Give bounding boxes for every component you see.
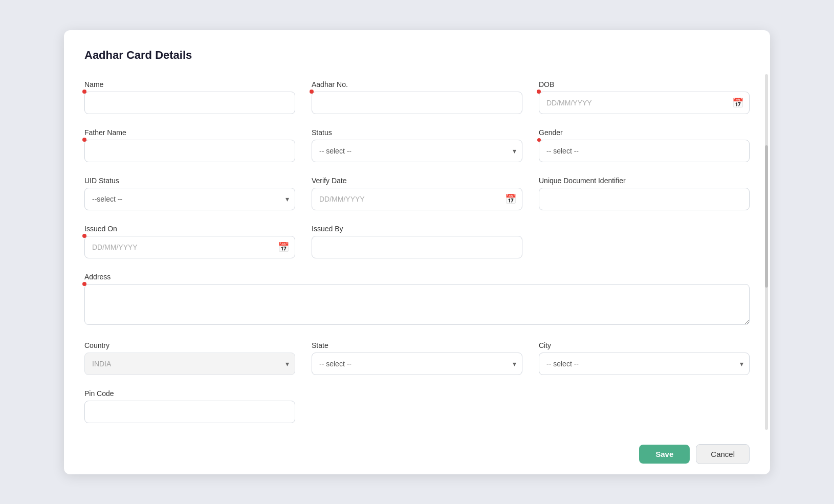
uid-status-label: UID Status <box>84 177 295 185</box>
issued-on-group: Issued On 📅 <box>84 225 295 258</box>
country-label: Country <box>84 341 295 349</box>
city-select-wrapper: -- select -- ▾ <box>539 353 750 375</box>
address-label: Address <box>84 273 750 281</box>
dob-label: DOB <box>539 80 750 89</box>
name-label: Name <box>84 80 295 89</box>
pin-code-label: Pin Code <box>84 389 295 398</box>
issued-by-input[interactable] <box>312 236 522 258</box>
issued-by-label: Issued By <box>312 225 522 233</box>
modal-container: Aadhar Card Details Name Aadhar No. DOB … <box>64 30 770 474</box>
dob-required-dot <box>537 90 541 94</box>
gender-select[interactable]: -- select -- Male Female Other <box>539 140 750 162</box>
address-required-dot <box>82 282 86 286</box>
aadhar-no-label: Aadhar No. <box>312 80 522 89</box>
pin-code-group: Pin Code <box>84 389 295 423</box>
state-label: State <box>312 341 522 349</box>
name-input[interactable] <box>84 92 295 114</box>
gender-label: Gender <box>539 128 750 137</box>
aadhar-no-input-wrapper <box>312 92 522 114</box>
dob-group: DOB 📅 <box>539 80 750 114</box>
uid-status-select[interactable]: --select -- Verified Pending Rejected <box>84 188 295 210</box>
name-required-dot <box>82 90 86 94</box>
issued-by-group: Issued By <box>312 225 522 258</box>
city-label: City <box>539 341 750 349</box>
unique-doc-id-group: Unique Document Identifier <box>539 177 750 210</box>
status-select[interactable]: -- select -- Active Inactive <box>312 140 522 162</box>
verify-date-group: Verify Date 📅 <box>312 177 522 210</box>
pin-code-input[interactable] <box>84 401 295 423</box>
state-select-wrapper: -- select -- ▾ <box>312 353 522 375</box>
gender-group: Gender -- select -- Male Female Other <box>539 128 750 162</box>
modal-footer: Save Cancel <box>619 434 770 474</box>
uid-status-select-wrapper: --select -- Verified Pending Rejected ▾ <box>84 188 295 210</box>
unique-doc-id-input-wrapper <box>539 188 750 210</box>
city-group: City -- select -- ▾ <box>539 341 750 375</box>
issued-on-required-dot <box>82 234 86 238</box>
modal-title: Aadhar Card Details <box>84 49 750 62</box>
father-name-input[interactable] <box>84 140 295 162</box>
city-select[interactable]: -- select -- <box>539 353 750 375</box>
aadhar-required-dot <box>310 90 314 94</box>
form-grid: Name Aadhar No. DOB 📅 Father Name <box>84 80 750 423</box>
scrollbar-track <box>765 74 768 429</box>
status-label: Status <box>312 128 522 137</box>
father-name-input-wrapper <box>84 140 295 162</box>
name-group: Name <box>84 80 295 114</box>
address-input-wrapper <box>84 284 750 327</box>
scrollbar-thumb[interactable] <box>765 145 768 288</box>
state-group: State -- select -- ▾ <box>312 341 522 375</box>
aadhar-no-group: Aadhar No. <box>312 80 522 114</box>
father-name-group: Father Name <box>84 128 295 162</box>
issued-by-spacer <box>539 225 750 258</box>
unique-doc-id-label: Unique Document Identifier <box>539 177 750 185</box>
issued-by-input-wrapper <box>312 236 522 258</box>
issued-on-input-wrapper: 📅 <box>84 236 295 258</box>
state-select[interactable]: -- select -- <box>312 353 522 375</box>
address-group: Address <box>84 273 750 327</box>
dob-input[interactable] <box>539 92 750 114</box>
country-group: Country INDIA ▾ <box>84 341 295 375</box>
dob-input-wrapper: 📅 <box>539 92 750 114</box>
country-select-wrapper: INDIA ▾ <box>84 353 295 375</box>
country-select: INDIA <box>84 353 295 375</box>
gender-select-wrapper: -- select -- Male Female Other <box>539 140 750 162</box>
verify-date-input-wrapper: 📅 <box>312 188 522 210</box>
status-group: Status -- select -- Active Inactive ▾ <box>312 128 522 162</box>
verify-date-label: Verify Date <box>312 177 522 185</box>
father-name-label: Father Name <box>84 128 295 137</box>
issued-on-label: Issued On <box>84 225 295 233</box>
aadhar-no-input[interactable] <box>312 92 522 114</box>
status-select-wrapper: -- select -- Active Inactive ▾ <box>312 140 522 162</box>
verify-date-input[interactable] <box>312 188 522 210</box>
cancel-button[interactable]: Cancel <box>696 444 750 464</box>
issued-on-input[interactable] <box>84 236 295 258</box>
save-button[interactable]: Save <box>639 445 690 464</box>
gender-required-dot <box>537 138 541 142</box>
father-required-dot <box>82 138 86 142</box>
name-input-wrapper <box>84 92 295 114</box>
address-textarea[interactable] <box>84 284 750 325</box>
unique-doc-id-input[interactable] <box>539 188 750 210</box>
uid-status-group: UID Status --select -- Verified Pending … <box>84 177 295 210</box>
pin-code-input-wrapper <box>84 401 295 423</box>
